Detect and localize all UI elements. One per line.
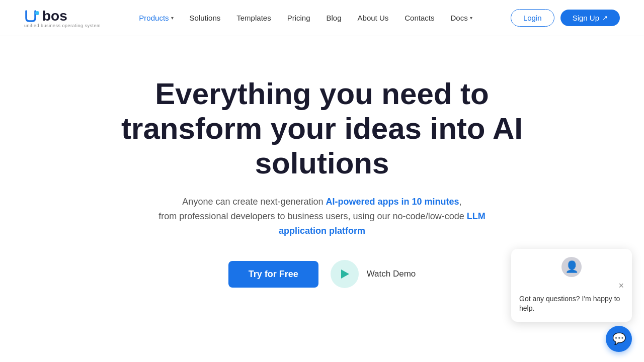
play-triangle-icon (341, 269, 349, 279)
watch-demo-label: Watch Demo (367, 269, 416, 279)
logo: bos unified business operating system (24, 8, 101, 28)
header-actions: Login Sign Up ↗ (511, 9, 620, 27)
nav-products[interactable]: Products ▾ (139, 14, 173, 22)
nav-docs[interactable]: Docs ▾ (450, 14, 472, 22)
main-nav: Products ▾ Solutions Templates Pricing B… (139, 14, 472, 22)
nav-contacts[interactable]: Contacts (405, 14, 434, 22)
svg-point-0 (35, 11, 39, 15)
signup-button[interactable]: Sign Up ↗ (560, 10, 620, 26)
logo-bos-text: bos (42, 8, 67, 24)
try-free-button[interactable]: Try for Free (228, 261, 318, 288)
nav-about[interactable]: About Us (358, 14, 389, 22)
nav-blog[interactable]: Blog (327, 14, 342, 22)
logo-u-letter (24, 9, 40, 23)
chat-avatar: 👤 (561, 257, 582, 277)
chat-close-button[interactable]: × (618, 281, 624, 290)
hero-subtitle-part1: Anyone can create next-generation (182, 197, 326, 207)
hero-title: Everything you need to transform your id… (96, 76, 548, 180)
play-button[interactable] (331, 260, 359, 288)
chat-popup: 👤 × Got any questions? I'm happy to help… (511, 249, 632, 322)
nav-pricing[interactable]: Pricing (287, 14, 310, 22)
external-link-icon: ↗ (602, 14, 608, 22)
docs-chevron-icon: ▾ (470, 15, 472, 21)
nav-templates[interactable]: Templates (236, 14, 271, 22)
header: bos unified business operating system Pr… (0, 0, 644, 36)
hero-actions: Try for Free Watch Demo (228, 260, 416, 288)
logo-icon: bos (24, 8, 67, 24)
logo-svg (24, 9, 40, 23)
watch-demo-group[interactable]: Watch Demo (331, 260, 416, 288)
chat-message: Got any questions? I'm happy to help. (519, 294, 624, 314)
avatar-icon: 👤 (565, 260, 579, 274)
chat-fab-icon: 💬 (612, 332, 626, 345)
nav-solutions[interactable]: Solutions (190, 14, 221, 22)
chat-popup-header: × (519, 281, 624, 290)
chat-fab-button[interactable]: 💬 (606, 326, 632, 352)
hero-subtitle: Anyone can create next-generation AI-pow… (141, 195, 503, 238)
login-button[interactable]: Login (511, 9, 554, 27)
products-chevron-icon: ▾ (171, 15, 174, 21)
hero-subtitle-highlight1: AI-powered apps in 10 minutes (326, 197, 459, 207)
logo-tagline: unified business operating system (24, 23, 101, 28)
